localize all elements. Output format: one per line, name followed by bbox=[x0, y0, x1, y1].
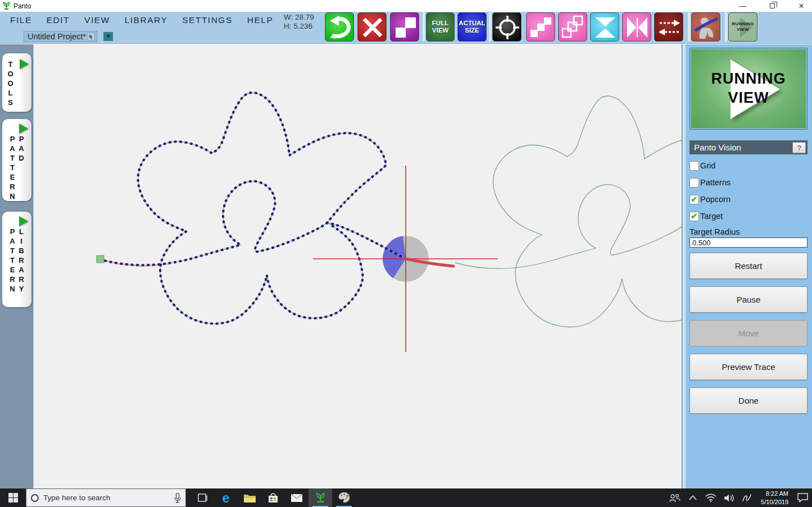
mail-button[interactable] bbox=[285, 488, 309, 507]
menu-view[interactable]: VIEW bbox=[84, 15, 110, 25]
chevron-up-icon[interactable] bbox=[687, 491, 699, 505]
actual-size-button[interactable]: ACTUAL SIZE bbox=[457, 12, 487, 42]
left-sidebar: TOOLS PATTERN PAD PATTERN LIBRARY bbox=[0, 44, 34, 488]
people-icon[interactable] bbox=[669, 491, 681, 505]
popcorn-checkbox[interactable] bbox=[689, 195, 699, 204]
windows-taskbar: Type here to search e bbox=[0, 488, 812, 507]
pause-button[interactable]: Pause bbox=[689, 286, 808, 313]
cortana-icon bbox=[31, 494, 39, 502]
sidebar-tab-tools[interactable]: TOOLS bbox=[2, 53, 31, 112]
panto-application-window: Panto — × FILE EDIT VIEW LIBRARY SETTING… bbox=[0, 0, 812, 507]
store-button[interactable] bbox=[261, 488, 285, 507]
clock-time: 8:22 AM bbox=[761, 490, 788, 497]
menu-edit[interactable]: EDIT bbox=[47, 15, 70, 25]
window-title: Panto bbox=[13, 2, 31, 10]
running-view-panel: RUNNING VIEW Panto Vision ? Grid Pattern… bbox=[682, 44, 812, 488]
quilting-canvas[interactable] bbox=[34, 44, 682, 488]
panto-vision-header: Panto Vision ? bbox=[689, 140, 808, 154]
windows-logo-icon bbox=[8, 493, 18, 503]
add-tab-button[interactable]: + bbox=[103, 32, 113, 41]
help-button[interactable]: ? bbox=[792, 142, 806, 153]
paint-taskbar-button[interactable] bbox=[332, 488, 356, 507]
taskbar-clock[interactable]: 8:22 AM 5/10/2019 bbox=[759, 490, 791, 506]
start-button[interactable] bbox=[0, 488, 26, 507]
project-tab[interactable]: Untitled Project* bbox=[24, 31, 97, 42]
person-figure-icon bbox=[692, 13, 720, 42]
stairs-solid-button[interactable] bbox=[526, 12, 555, 42]
folder-icon bbox=[243, 493, 256, 503]
system-tray: 8:22 AM 5/10/2019 bbox=[669, 488, 809, 507]
app-logo-icon bbox=[2, 2, 11, 10]
full-view-button[interactable]: FULL VIEW bbox=[426, 12, 455, 42]
popcorn-checkbox-label: Popcorn bbox=[700, 195, 731, 204]
flip-vertical-icon bbox=[591, 13, 619, 42]
target-checkbox-row: Target bbox=[689, 211, 808, 222]
sidebar-tab-pattern-library[interactable]: PATTERN LIBRARY bbox=[2, 212, 31, 307]
volume-icon[interactable] bbox=[723, 491, 735, 505]
close-button[interactable]: × bbox=[795, 1, 808, 11]
pattern-pad-label-word1: PATTERN bbox=[9, 135, 16, 202]
microphone-icon[interactable] bbox=[174, 493, 181, 503]
menu-file[interactable]: FILE bbox=[10, 15, 32, 25]
grid-checkbox-label: Grid bbox=[700, 161, 715, 170]
menu-settings[interactable]: SETTINGS bbox=[182, 15, 233, 25]
edge-taskbar-button[interactable]: e bbox=[214, 488, 238, 507]
pattern-dimensions: W: 28.79 H: 5.236 bbox=[284, 13, 314, 31]
target-checkbox[interactable] bbox=[689, 212, 699, 221]
windows-ink-icon[interactable] bbox=[741, 491, 753, 505]
flip-horizontal-button[interactable] bbox=[622, 12, 651, 42]
search-placeholder: Type here to search bbox=[43, 494, 170, 502]
grid-checkbox-row: Grid bbox=[689, 160, 808, 171]
wifi-icon[interactable] bbox=[705, 491, 717, 505]
flip-vertical-button[interactable] bbox=[590, 12, 619, 42]
grid-checkbox[interactable] bbox=[689, 161, 699, 171]
minimize-button[interactable]: — bbox=[737, 2, 749, 10]
undo-button[interactable] bbox=[325, 12, 354, 42]
patterns-checkbox-label: Patterns bbox=[700, 178, 731, 187]
stairs-solid-icon bbox=[527, 13, 555, 42]
pantograph-person-button[interactable] bbox=[691, 12, 720, 42]
play-icon bbox=[19, 216, 28, 226]
pattern-library-label-word2: LIBRARY bbox=[18, 227, 25, 294]
actual-size-label-1: ACTUAL bbox=[459, 20, 485, 27]
full-view-label-2: VIEW bbox=[432, 27, 448, 34]
crosshair-icon bbox=[493, 13, 521, 42]
store-bag-icon bbox=[267, 492, 279, 504]
stairs-outline-icon bbox=[559, 13, 587, 42]
panto-taskbar-button[interactable] bbox=[309, 488, 332, 507]
stairs-outline-button[interactable] bbox=[558, 12, 587, 42]
edge-icon: e bbox=[222, 491, 229, 505]
taskbar-search[interactable]: Type here to search bbox=[26, 488, 186, 507]
action-center-icon[interactable] bbox=[796, 491, 809, 505]
done-button[interactable]: Done bbox=[689, 387, 808, 414]
menu-help[interactable]: HELP bbox=[247, 15, 274, 25]
preview-trace-button[interactable]: Preview Trace bbox=[689, 354, 808, 380]
swap-direction-button[interactable] bbox=[654, 12, 683, 42]
stitched-popcorn-dots bbox=[100, 93, 406, 323]
running-view-toolbar-button[interactable]: RUNNING VIEW bbox=[728, 12, 757, 42]
full-view-label-1: FULL bbox=[432, 20, 448, 27]
move-button[interactable]: Move bbox=[689, 320, 808, 346]
menu-library[interactable]: LIBRARY bbox=[125, 15, 168, 25]
restore-button[interactable] bbox=[766, 2, 778, 10]
target-crosshair-button[interactable] bbox=[492, 12, 521, 42]
restart-button[interactable]: Restart bbox=[689, 253, 808, 279]
mail-envelope-icon bbox=[291, 494, 303, 503]
swap-squares-button[interactable] bbox=[390, 12, 419, 42]
running-view-label-2: VIEW bbox=[728, 89, 769, 108]
clock-date: 5/10/2019 bbox=[761, 498, 788, 506]
running-view-button[interactable]: RUNNING VIEW bbox=[689, 48, 808, 130]
menu-bar: FILE EDIT VIEW LIBRARY SETTINGS HELP bbox=[10, 15, 273, 25]
actual-size-label-2: SIZE bbox=[465, 27, 479, 34]
task-view-icon bbox=[197, 492, 208, 504]
task-view-button[interactable] bbox=[190, 488, 214, 507]
target-radius-input[interactable] bbox=[689, 237, 808, 248]
popcorn-checkbox-row: Popcorn bbox=[689, 194, 808, 205]
patterns-checkbox[interactable] bbox=[689, 178, 699, 188]
sidebar-tab-pattern-pad[interactable]: PATTERN PAD bbox=[2, 119, 31, 201]
two-squares-icon bbox=[391, 13, 419, 42]
pattern-pad-label-word2: PAD bbox=[18, 135, 25, 202]
delete-button[interactable] bbox=[357, 12, 387, 42]
file-explorer-button[interactable] bbox=[238, 488, 261, 507]
tools-tab-label: TOOLS bbox=[7, 60, 14, 108]
